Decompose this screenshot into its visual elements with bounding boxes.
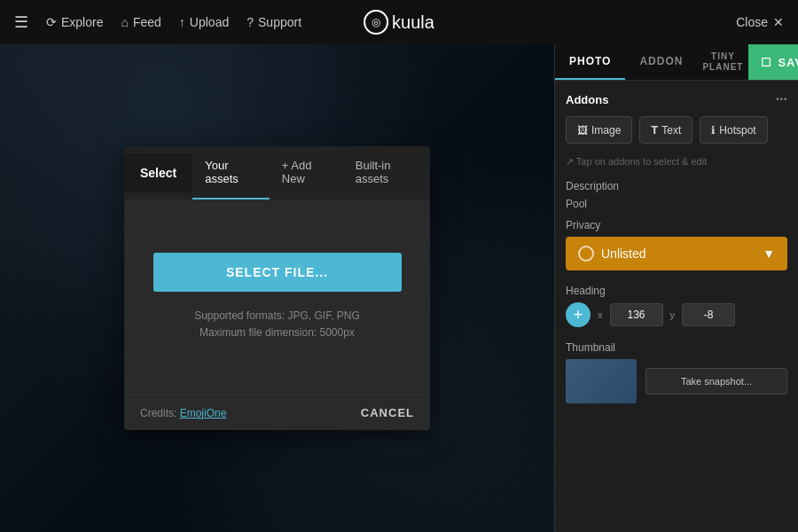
addons-section-header: Addons ··· <box>566 91 787 107</box>
credits-text: Credits: EmojiOne <box>140 407 226 419</box>
hotspot-icon: ℹ <box>711 124 716 137</box>
home-icon: ⌂ <box>121 15 128 29</box>
format-info: Supported formats: JPG, GIF, PNG Maximum… <box>194 308 360 341</box>
modal-overlay: Select Your assets + Add New Built-in as… <box>0 44 554 532</box>
nav-support[interactable]: ? Support <box>246 15 301 29</box>
logo-circle: ◎ <box>364 10 388 35</box>
thumbnail-section: Thumbnail Take snapshot... <box>566 341 787 403</box>
addon-image-button[interactable]: 🖼 Image <box>566 116 632 144</box>
tab-addon[interactable]: ADDON <box>625 44 697 80</box>
image-icon: 🖼 <box>577 124 588 137</box>
save-icon: ☐ <box>761 56 772 69</box>
take-snapshot-button[interactable]: Take snapshot... <box>645 368 787 395</box>
cancel-button[interactable]: CANCEL <box>361 406 414 419</box>
privacy-section: Privacy Unlisted ▼ <box>566 219 787 270</box>
modal-header: Select Your assets + Add New Built-in as… <box>124 146 430 200</box>
modal-footer: Credits: EmojiOne CANCEL <box>124 395 430 430</box>
heading-x-input[interactable] <box>610 303 663 326</box>
text-icon: T <box>651 123 658 137</box>
chevron-down-icon: ▼ <box>763 246 775 261</box>
modal-body: SELECT FILE... Supported formats: JPG, G… <box>124 200 430 395</box>
privacy-label: Privacy <box>566 219 787 231</box>
modal-tab-your-assets[interactable]: Your assets <box>192 146 270 200</box>
heading-section: Heading + x y <box>566 285 787 327</box>
pool-label: Pool <box>566 198 787 210</box>
nav-left: ☰ ⟳ Explore ⌂ Feed ↑ Upload ? Support <box>14 12 301 32</box>
tab-tiny-planet[interactable]: TINY PLANET <box>697 44 748 80</box>
tab-photo[interactable]: PHOTO <box>555 44 625 80</box>
addon-hotspot-button[interactable]: ℹ Hotspot <box>700 116 767 144</box>
privacy-value-area: Unlisted <box>578 246 646 262</box>
upload-icon: ↑ <box>179 15 185 29</box>
addons-menu-icon[interactable]: ··· <box>776 91 787 107</box>
privacy-dropdown[interactable]: Unlisted ▼ <box>566 237 787 270</box>
addon-buttons-group: 🖼 Image T Text ℹ Hotspot <box>566 116 787 144</box>
modal-select-label: Select <box>124 153 192 192</box>
description-label: Description <box>566 180 787 192</box>
addon-hint: ↗ Tap on addons to select & edit <box>566 156 787 168</box>
thumbnail-image <box>566 359 637 403</box>
close-icon: ✕ <box>773 15 784 29</box>
heading-label: Heading <box>566 285 787 297</box>
panel-content: Addons ··· 🖼 Image T Text ℹ Hotspot ↗ Ta… <box>555 81 798 414</box>
modal-tab-built-in[interactable]: Built-in assets <box>343 146 430 200</box>
heading-controls: + x y <box>566 302 787 327</box>
thumbnail-area: Take snapshot... <box>566 359 787 403</box>
nav-explore[interactable]: ⟳ Explore <box>46 15 103 29</box>
support-icon: ? <box>246 15 254 29</box>
heading-y-input[interactable] <box>682 303 735 326</box>
close-button[interactable]: Close ✕ <box>736 15 784 29</box>
app-header: ☰ ⟳ Explore ⌂ Feed ↑ Upload ? Support ◎ … <box>0 0 798 44</box>
menu-icon[interactable]: ☰ <box>14 12 28 32</box>
privacy-icon <box>578 246 594 262</box>
y-label: y <box>670 309 676 320</box>
save-button[interactable]: ☐ SAVE <box>748 44 798 80</box>
panel-tabs: PHOTO ADDON TINY PLANET ☐ SAVE <box>555 44 798 81</box>
modal-tab-add-new[interactable]: + Add New <box>270 146 343 200</box>
x-label: x <box>598 309 603 320</box>
addon-text-button[interactable]: T Text <box>639 116 692 144</box>
select-modal: Select Your assets + Add New Built-in as… <box>124 146 430 430</box>
credits-link[interactable]: EmojiOne <box>180 407 227 419</box>
heading-add-button[interactable]: + <box>566 302 591 327</box>
right-panel: PHOTO ADDON TINY PLANET ☐ SAVE Addons ··… <box>554 44 798 532</box>
nav-feed[interactable]: ⌂ Feed <box>121 15 160 29</box>
header-right: Close ✕ <box>736 15 784 29</box>
select-file-button[interactable]: SELECT FILE... <box>153 253 402 292</box>
thumbnail-label: Thumbnail <box>566 341 787 354</box>
modal-tabs: Your assets + Add New Built-in assets <box>192 146 430 200</box>
app-logo: ◎ kuula <box>364 10 434 35</box>
explore-icon: ⟳ <box>46 15 57 29</box>
nav-upload[interactable]: ↑ Upload <box>179 15 229 29</box>
